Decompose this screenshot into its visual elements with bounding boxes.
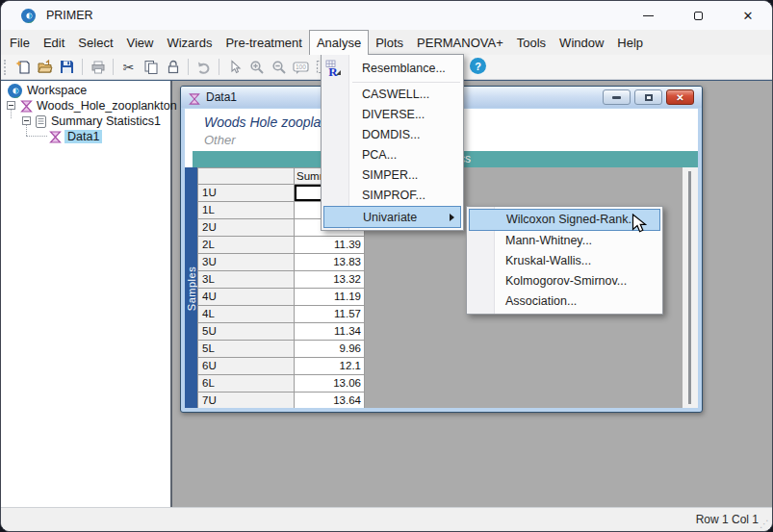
samples-axis-strip: Samples: [185, 167, 197, 408]
menu-pre-treatment[interactable]: Pre-treatment: [219, 30, 308, 55]
child-close-button[interactable]: ✕: [666, 89, 694, 105]
paste-button[interactable]: [164, 58, 182, 76]
menu-item-univariate[interactable]: Univariate: [323, 206, 461, 228]
row-header-cell[interactable]: 5L: [197, 341, 295, 358]
row-header-cell[interactable]: 6L: [197, 375, 295, 393]
menu-item-kolmogorov-smirnov[interactable]: Kolmogorov-Smirnov...: [467, 271, 662, 291]
data1-window-title: Data1: [206, 90, 237, 104]
data-cell[interactable]: 13.64: [295, 393, 365, 408]
data-cell[interactable]: 11.57: [295, 306, 365, 323]
copy-icon: [143, 60, 159, 75]
print-button[interactable]: [89, 58, 107, 76]
row-header-cell[interactable]: 6U: [197, 358, 295, 375]
menu-plots[interactable]: Plots: [369, 30, 410, 55]
menu-item-caswell[interactable]: CASWELL...: [322, 85, 463, 105]
collapse-expander[interactable]: [7, 101, 15, 110]
table-row: 2L 11.39: [197, 237, 365, 254]
menu-item-domdis[interactable]: DOMDIS...: [322, 125, 463, 145]
data-cell[interactable]: 13.32: [295, 271, 365, 289]
tree-label-woods-hole: Woods_Hole_zooplankton: [37, 99, 177, 113]
tree-item-woods-hole[interactable]: Woods_Hole_zooplankton: [1, 98, 170, 114]
menu-help[interactable]: Help: [610, 30, 650, 55]
open-workspace-button[interactable]: [36, 58, 54, 76]
menu-wizards[interactable]: Wizards: [160, 30, 219, 55]
close-button[interactable]: ✕: [741, 9, 755, 22]
tree-item-workspace[interactable]: Workspace: [1, 83, 170, 98]
zoom-out-icon: [271, 60, 287, 75]
zoom-out-button[interactable]: [270, 58, 288, 76]
menu-window[interactable]: Window: [553, 30, 610, 55]
data-cell[interactable]: 11.19: [295, 289, 365, 306]
row-header-cell[interactable]: 7U: [197, 393, 295, 408]
menu-file[interactable]: File: [3, 30, 37, 55]
table-row: 3L 13.32: [197, 271, 365, 289]
copy-button[interactable]: [142, 58, 160, 76]
menu-item-association[interactable]: Association...: [467, 291, 662, 312]
menu-select[interactable]: Select: [71, 30, 119, 55]
menu-item-pca[interactable]: PCA...: [322, 145, 463, 165]
row-header-cell[interactable]: 1U: [197, 185, 295, 202]
row-header-cell[interactable]: 4L: [197, 306, 295, 323]
help-button[interactable]: ?: [470, 58, 486, 74]
table-row: 7U 13.64: [197, 393, 365, 408]
data-cell[interactable]: 9.96: [295, 341, 365, 358]
menu-view[interactable]: View: [120, 30, 161, 55]
zoom-in-button[interactable]: [247, 58, 266, 76]
row-header-cell[interactable]: 3L: [197, 271, 295, 289]
data-cell[interactable]: 13.06: [295, 375, 365, 393]
vertical-scrollbar[interactable]: [683, 167, 698, 408]
menu-tools[interactable]: Tools: [510, 30, 553, 55]
row-header-cell[interactable]: 3U: [197, 254, 295, 271]
tree-label-summary-statistics: Summary Statistics1: [51, 114, 161, 128]
table-row: 4L 11.57: [197, 306, 365, 323]
workspace-explorer: Workspace Woods_Hole_zooplankton: [1, 81, 172, 507]
save-workspace-button[interactable]: [58, 58, 76, 76]
toolbar-separator: [219, 59, 219, 75]
data-cell[interactable]: 11.34: [295, 323, 365, 341]
child-minimize-button[interactable]: [603, 89, 631, 105]
row-header-cell[interactable]: 4U: [197, 289, 295, 306]
corner-header-cell[interactable]: [197, 167, 295, 185]
child-restore-button[interactable]: [634, 89, 662, 105]
samples-axis-label: Samples: [186, 266, 197, 311]
row-header-cell[interactable]: 2L: [197, 237, 295, 254]
resize-grip[interactable]: ⋰: [760, 519, 769, 529]
scissors-icon: ✂: [123, 60, 135, 75]
data-cell[interactable]: 12.1: [295, 358, 365, 375]
collapse-expander[interactable]: [22, 116, 31, 125]
worksheet-icon: [20, 100, 33, 113]
zoom-100-button[interactable]: 100: [292, 58, 310, 76]
table-row: 6L 13.06: [197, 375, 365, 393]
menu-item-diverse[interactable]: DIVERSE...: [322, 105, 463, 125]
menu-edit[interactable]: Edit: [37, 30, 71, 55]
cut-button[interactable]: ✂: [119, 58, 138, 76]
menu-analyse[interactable]: Analyse: [309, 30, 369, 55]
table-row: 4U 11.19: [197, 289, 365, 306]
open-folder-icon: [38, 60, 53, 75]
maximize-button[interactable]: [691, 9, 705, 22]
data-cell[interactable]: 11.39: [295, 237, 365, 254]
maximize-icon: [694, 12, 703, 20]
data-cell[interactable]: 13.83: [295, 254, 365, 271]
minimize-button[interactable]: [641, 9, 655, 22]
pointer-icon: [227, 60, 242, 74]
row-header-cell[interactable]: 5U: [197, 323, 295, 341]
tree-item-summary-statistics[interactable]: Summary Statistics1: [1, 114, 170, 129]
scrollbar-thumb[interactable]: [688, 171, 691, 404]
title-bar[interactable]: PRIMER ✕: [1, 1, 772, 30]
app-title: PRIMER: [46, 9, 93, 22]
undo-button[interactable]: [194, 58, 213, 76]
pointer-button[interactable]: [225, 58, 244, 76]
tree-item-data1[interactable]: Data1: [1, 129, 170, 144]
row-header-cell[interactable]: 2U: [197, 219, 295, 237]
worksheet-icon: [189, 91, 200, 103]
menu-item-simper[interactable]: SIMPER...: [322, 165, 463, 186]
table-row: 6U 12.1: [197, 358, 365, 375]
menu-permanova[interactable]: PERMANOVA+: [410, 30, 510, 55]
svg-text:100: 100: [296, 63, 306, 70]
menu-item-simprof[interactable]: SIMPROF...: [322, 186, 463, 206]
menu-item-resemblance[interactable]: R Resemblance...: [322, 57, 463, 80]
row-header-cell[interactable]: 1L: [197, 202, 295, 219]
menu-item-kruskal-wallis[interactable]: Kruskal-Wallis...: [467, 251, 662, 271]
new-workspace-button[interactable]: [13, 58, 32, 76]
